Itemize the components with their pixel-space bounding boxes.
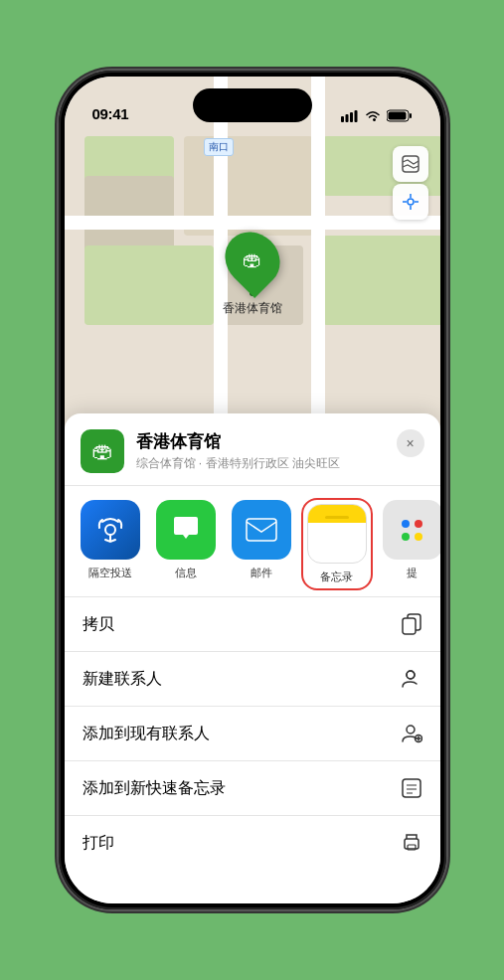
share-more[interactable]: 提 [379,500,440,588]
action-print-label: 打印 [83,833,114,854]
more-icon-wrap [383,500,440,560]
airdrop-label: 隔空投送 [88,566,132,580]
action-add-contact-label: 添加到现有联系人 [83,724,210,744]
action-new-contact[interactable]: 新建联系人 [65,652,440,707]
venue-subtitle: 综合体育馆 · 香港特别行政区 油尖旺区 [136,455,340,472]
wifi-icon [365,110,381,122]
svg-rect-0 [341,116,344,122]
svg-point-13 [105,525,115,535]
map-pin-inner: 🏟 [243,248,262,271]
messages-label: 信息 [175,566,197,580]
more-dots-row1 [402,520,422,528]
dot3 [402,533,410,541]
copy-icon [401,613,422,635]
dot4 [415,533,422,541]
signal-icon [341,110,359,122]
location-button[interactable] [393,184,428,220]
action-copy[interactable]: 拷贝 [65,597,440,652]
battery-icon [387,109,413,122]
map-type-icon [401,154,420,174]
phone-frame: 09:41 [59,71,446,909]
bottom-sheet: 🏟 香港体育馆 综合体育馆 · 香港特别行政区 油尖旺区 × [65,413,440,903]
phone-screen: 09:41 [65,77,440,903]
dot1 [402,520,410,528]
action-quick-note-label: 添加到新快速备忘录 [83,778,226,799]
airdrop-icon [94,514,126,546]
svg-rect-7 [403,156,419,172]
svg-rect-6 [388,112,406,120]
action-list: 拷贝 新建联系人 添加到现有联系人 [65,597,440,870]
status-time: 09:41 [92,105,129,122]
svg-point-20 [407,726,415,734]
map-controls [393,146,428,220]
person-add-icon [401,668,422,690]
share-mail[interactable]: 邮件 [228,500,295,588]
notes-icon-wrap [307,504,367,564]
action-print[interactable]: 打印 [65,816,440,870]
venue-name: 香港体育馆 [136,430,340,453]
svg-rect-24 [403,779,420,797]
map-north-label: 南口 [204,138,234,156]
svg-point-8 [408,199,414,205]
action-add-contact[interactable]: 添加到现有联系人 [65,707,440,761]
action-copy-label: 拷贝 [83,614,114,635]
map-type-button[interactable] [393,146,428,182]
road-h-1 [65,216,440,230]
mail-icon-wrap [232,500,291,560]
mail-icon [245,517,278,543]
svg-rect-5 [410,113,412,118]
svg-rect-15 [247,519,276,541]
svg-rect-2 [350,112,353,122]
messages-icon-wrap [156,500,216,560]
map-block-5 [84,245,214,325]
dot2 [415,520,422,528]
close-button[interactable]: × [397,429,424,457]
venue-info: 香港体育馆 综合体育馆 · 香港特别行政区 油尖旺区 [136,430,340,472]
print-icon [401,832,422,854]
messages-icon [169,513,203,547]
action-new-contact-label: 新建联系人 [83,669,162,690]
person-plus-icon [401,723,422,744]
sheet-header: 🏟 香港体育馆 综合体育馆 · 香港特别行政区 油尖旺区 × [65,413,440,486]
more-dots-row2 [402,533,422,541]
notes-label: 备忘录 [320,570,353,584]
svg-rect-1 [345,114,348,122]
share-row: 隔空投送 信息 [65,486,440,597]
airdrop-icon-wrap [81,500,140,560]
map-block-7 [323,236,440,325]
venue-icon: 🏟 [81,429,124,473]
svg-rect-3 [354,110,357,122]
location-icon [401,192,420,212]
share-notes[interactable]: 备忘录 [303,500,371,588]
map-pin-icon: 🏟 [214,221,291,298]
note-icon [401,777,422,799]
svg-rect-28 [405,839,419,849]
status-bar: 09:41 [65,77,440,130]
map-pin: 🏟 香港体育馆 [223,231,282,317]
action-quick-note[interactable]: 添加到新快速备忘录 [65,761,440,816]
mail-label: 邮件 [251,566,272,580]
svg-rect-17 [403,618,416,634]
share-messages[interactable]: 信息 [152,500,220,588]
status-icons [341,109,413,122]
svg-point-19 [407,671,415,679]
share-airdrop[interactable]: 隔空投送 [77,500,144,588]
map-pin-label: 香港体育馆 [223,300,282,317]
more-label: 提 [407,566,418,580]
